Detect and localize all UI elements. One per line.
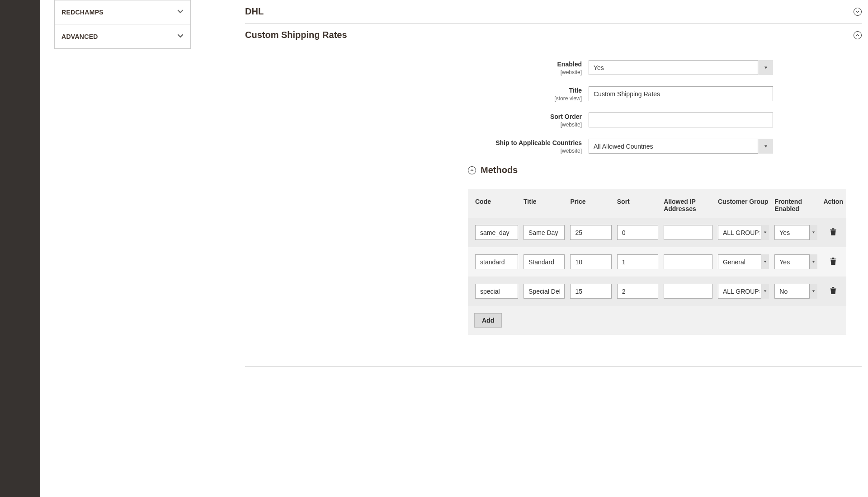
add-button[interactable]: Add bbox=[474, 313, 502, 328]
price-input[interactable] bbox=[570, 225, 611, 240]
title-input[interactable] bbox=[524, 284, 565, 299]
title-input[interactable] bbox=[524, 254, 565, 269]
sidebar-item-label: REDCHAMPS bbox=[61, 9, 104, 16]
group-select[interactable]: General bbox=[718, 254, 769, 269]
methods-table: Code Title Price Sort Allowed IP Address… bbox=[468, 189, 846, 335]
section-dhl[interactable]: DHL bbox=[245, 0, 862, 23]
fe-select[interactable]: Yes bbox=[774, 225, 817, 240]
fe-select[interactable]: Yes bbox=[774, 254, 817, 269]
csr-form: Enabled [website] Yes Titl bbox=[245, 47, 862, 154]
th-title: Title bbox=[521, 198, 567, 212]
table-row: General Yes bbox=[468, 247, 846, 277]
trash-icon bbox=[830, 260, 837, 267]
trash-icon bbox=[830, 230, 837, 237]
th-ip: Allowed IP Addresses bbox=[661, 198, 715, 212]
chevron-down-icon bbox=[177, 33, 184, 41]
th-price: Price bbox=[567, 198, 614, 212]
sort-input[interactable] bbox=[617, 254, 658, 269]
page-footer bbox=[245, 366, 862, 384]
code-input[interactable] bbox=[475, 225, 518, 240]
delete-button[interactable] bbox=[828, 226, 839, 239]
th-sort: Sort bbox=[614, 198, 661, 212]
delete-button[interactable] bbox=[828, 255, 839, 268]
sidebar-item-advanced[interactable]: ADVANCED bbox=[54, 24, 191, 49]
section-title: DHL bbox=[245, 6, 264, 17]
scope-ship-countries: [website] bbox=[245, 148, 582, 154]
table-header: Code Title Price Sort Allowed IP Address… bbox=[468, 189, 846, 218]
scope-enabled: [website] bbox=[245, 69, 582, 75]
enabled-select[interactable]: Yes bbox=[589, 60, 773, 75]
trash-icon bbox=[830, 289, 837, 296]
label-sort-order: Sort Order bbox=[550, 113, 582, 120]
expand-icon bbox=[854, 8, 862, 16]
sort-input[interactable] bbox=[617, 284, 658, 299]
sort-input[interactable] bbox=[617, 225, 658, 240]
section-title: Custom Shipping Rates bbox=[245, 30, 347, 40]
methods-header[interactable]: Methods bbox=[468, 165, 862, 175]
th-fe: Frontend Enabled bbox=[772, 198, 820, 212]
title-input[interactable] bbox=[524, 225, 565, 240]
fe-select[interactable]: No bbox=[774, 284, 817, 299]
price-input[interactable] bbox=[570, 254, 611, 269]
collapse-icon bbox=[854, 31, 862, 39]
sidebar-item-redchamps[interactable]: REDCHAMPS bbox=[54, 0, 191, 24]
collapse-icon bbox=[468, 166, 476, 174]
code-input[interactable] bbox=[475, 254, 518, 269]
methods-title: Methods bbox=[481, 165, 518, 175]
section-custom-shipping-rates[interactable]: Custom Shipping Rates bbox=[245, 23, 862, 47]
ip-input[interactable] bbox=[664, 254, 712, 269]
table-row: ALL GROUPS Yes bbox=[468, 218, 846, 247]
title-input[interactable] bbox=[589, 86, 773, 101]
label-title: Title bbox=[569, 87, 582, 94]
code-input[interactable] bbox=[475, 284, 518, 299]
price-input[interactable] bbox=[570, 284, 611, 299]
group-select[interactable]: ALL GROUPS bbox=[718, 284, 769, 299]
group-select[interactable]: ALL GROUPS bbox=[718, 225, 769, 240]
th-group: Customer Group bbox=[715, 198, 772, 212]
sidebar-item-label: ADVANCED bbox=[61, 33, 98, 40]
table-row: ALL GROUPS No bbox=[468, 277, 846, 306]
ip-input[interactable] bbox=[664, 225, 712, 240]
sort-order-input[interactable] bbox=[589, 113, 773, 127]
admin-nav bbox=[0, 0, 40, 384]
th-action: Action bbox=[820, 198, 846, 212]
chevron-down-icon bbox=[177, 8, 184, 16]
ship-countries-select[interactable]: All Allowed Countries bbox=[589, 139, 773, 154]
scope-title: [store view] bbox=[245, 95, 582, 102]
config-tabs: REDCHAMPS ADVANCED bbox=[54, 0, 191, 49]
scope-sort-order: [website] bbox=[245, 122, 582, 128]
label-ship-countries: Ship to Applicable Countries bbox=[495, 139, 582, 146]
label-enabled: Enabled bbox=[557, 61, 582, 68]
ip-input[interactable] bbox=[664, 284, 712, 299]
th-code: Code bbox=[472, 198, 521, 212]
delete-button[interactable] bbox=[828, 285, 839, 298]
